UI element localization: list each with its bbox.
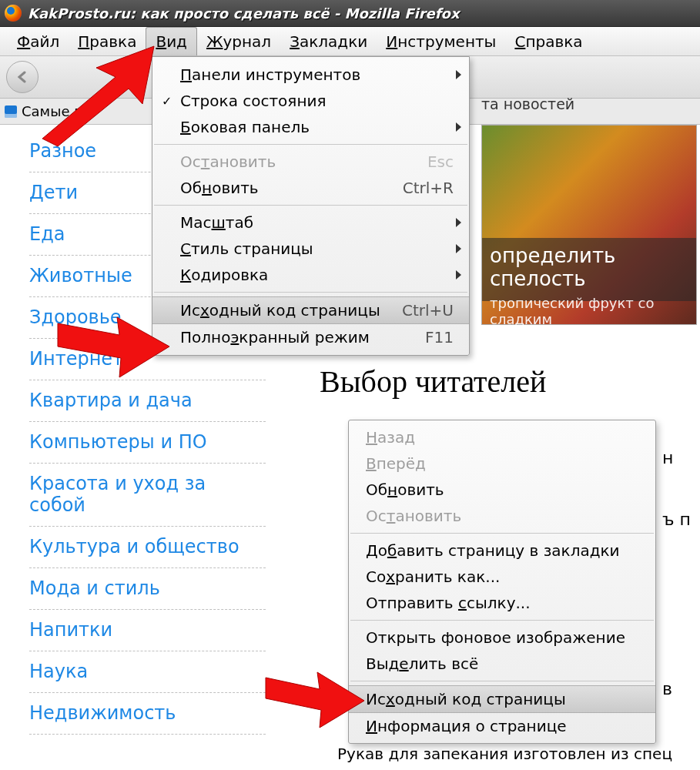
submenu-arrow-icon — [456, 244, 461, 253]
menu-separator — [154, 205, 467, 206]
sidebar-item[interactable]: Наука — [29, 651, 266, 693]
hero-title-fragment: определить спелость — [490, 244, 688, 290]
menu-item-encoding[interactable]: Кодировка — [152, 262, 469, 288]
menu-bookmarks[interactable]: Закладки — [280, 28, 377, 55]
bookmark-folder-label[interactable]: Самые п — [22, 103, 83, 119]
section-heading: Выбор читателей — [320, 363, 546, 400]
menu-item-reload[interactable]: Обновить Ctrl+R — [152, 175, 469, 201]
menu-file[interactable]: Файл — [8, 28, 69, 55]
chevron-left-icon — [16, 71, 28, 83]
window-title: KakProsto.ru: как просто сделать всё - M… — [28, 5, 460, 22]
news-tab-fragment[interactable]: та новостей — [481, 95, 697, 122]
sidebar-item[interactable]: Квартира и дача — [29, 380, 266, 422]
article-fragment: в — [662, 679, 672, 698]
context-reload[interactable]: Обновить — [349, 477, 655, 503]
context-forward: Вперёд — [349, 450, 655, 477]
window-titlebar: KakProsto.ru: как просто сделать всё - M… — [0, 0, 700, 27]
firefox-icon — [5, 5, 22, 22]
menubar: Файл Правка Вид Журнал Закладки Инструме… — [0, 27, 700, 56]
hero-subtitle-fragment: тропический фрукт со сладким — [490, 295, 688, 327]
menu-item-toolbars[interactable]: Панели инструментов — [152, 62, 469, 88]
menu-item-stop: Остановить Esc — [152, 149, 469, 175]
hero-banner[interactable]: определить спелость тропический фрукт со… — [481, 125, 697, 325]
context-send-link[interactable]: Отправить ссылку... — [349, 590, 655, 616]
context-open-bg-image[interactable]: Открыть фоновое изображение — [349, 624, 655, 651]
hero-caption: определить спелость тропический фрукт со… — [482, 238, 696, 301]
menu-item-sidebar[interactable]: Боковая панель — [152, 114, 469, 140]
sidebar-item[interactable]: Красота и уход за собой — [29, 464, 266, 527]
menu-help[interactable]: Справка — [505, 28, 591, 55]
context-stop: Остановить — [349, 503, 655, 529]
context-back: Назад — [349, 424, 655, 450]
menu-item-statusbar[interactable]: ✓ Строка состояния — [152, 88, 469, 114]
article-footer-fragment: Рукав для запекания изготовлен из спец — [337, 745, 672, 763]
sidebar-item[interactable]: Мода и стиль — [29, 568, 266, 610]
menu-separator — [154, 292, 467, 293]
menu-view[interactable]: Вид — [146, 27, 197, 55]
article-fragment: ъ п — [662, 510, 700, 529]
menu-separator — [350, 681, 654, 681]
menu-separator — [350, 620, 654, 621]
sidebar-item[interactable]: Напитки — [29, 610, 266, 651]
menu-separator — [154, 144, 467, 145]
context-page-source[interactable]: Исходный код страницы — [349, 685, 655, 713]
menu-tools[interactable]: Инструменты — [377, 28, 505, 55]
menu-item-zoom[interactable]: Масштаб — [152, 209, 469, 236]
sidebar-item[interactable]: Компьютеры и ПО — [29, 422, 266, 464]
page-context-menu: Назад Вперёд Обновить Остановить Добавит… — [348, 420, 656, 744]
menu-history[interactable]: Журнал — [197, 28, 280, 55]
menu-separator — [350, 533, 654, 534]
submenu-arrow-icon — [456, 270, 461, 280]
submenu-arrow-icon — [456, 218, 461, 227]
context-save-as[interactable]: Сохранить как... — [349, 564, 655, 590]
article-fragment: н — [662, 448, 673, 467]
menu-item-pagestyle[interactable]: Стиль страницы — [152, 236, 469, 262]
context-select-all[interactable]: Выделить всё — [349, 651, 655, 677]
menu-item-fullscreen[interactable]: Полноэкранный режим F11 — [152, 324, 469, 350]
back-button[interactable] — [6, 61, 39, 93]
bookmark-folder-icon — [5, 105, 17, 118]
submenu-arrow-icon — [456, 70, 461, 79]
view-dropdown-menu: Панели инструментов ✓ Строка состояния Б… — [152, 56, 470, 356]
menu-item-page-source[interactable]: Исходный код страницы Ctrl+U — [152, 296, 469, 324]
check-icon: ✓ — [162, 94, 172, 109]
menu-edit[interactable]: Правка — [69, 28, 146, 55]
sidebar-item[interactable]: Культура и общество — [29, 527, 266, 568]
context-add-bookmark[interactable]: Добавить страницу в закладки — [349, 537, 655, 564]
sidebar-item[interactable]: Недвижимость — [29, 693, 266, 735]
submenu-arrow-icon — [456, 122, 461, 132]
context-page-info[interactable]: Информация о странице — [349, 713, 655, 739]
